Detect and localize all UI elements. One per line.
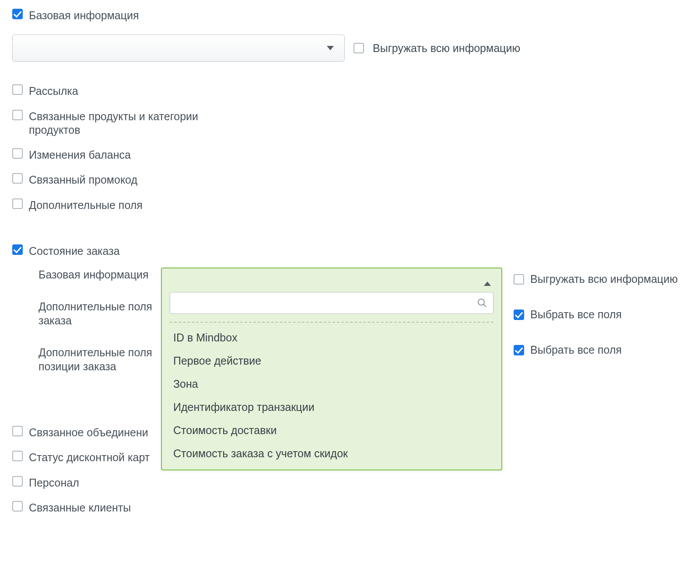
- label-order-state: Состояние заказа: [29, 244, 120, 258]
- checkbox-related-clients[interactable]: [12, 501, 23, 511]
- label-basic-info: Базовая информация: [29, 9, 139, 22]
- checkbox-export-all-top[interactable]: [354, 43, 364, 53]
- checkbox-export-all-sub[interactable]: [514, 274, 524, 285]
- sub-label-basic-info: Базовая информация: [38, 268, 161, 282]
- checkbox-mailing[interactable]: [12, 84, 23, 95]
- caret-up-icon[interactable]: [484, 282, 491, 286]
- dropdown-option[interactable]: ID в Mindbox: [170, 326, 494, 349]
- svg-line-1: [483, 304, 486, 307]
- sub-label-order-extra-fields: Дополнительные поля заказа: [38, 299, 161, 328]
- label-export-all-sub: Выгружать всю информацию: [530, 273, 678, 285]
- label-select-all-1: Выбрать все поля: [530, 308, 622, 321]
- checkbox-select-all-2[interactable]: [514, 345, 524, 355]
- fields-dropdown-popup: ID в Mindbox Первое действие Зона Иденти…: [161, 268, 502, 470]
- basic-info-select[interactable]: [12, 35, 345, 62]
- label-export-all-top: Выгружать всю информацию: [373, 42, 520, 55]
- checkbox-related-promocode[interactable]: [12, 173, 23, 184]
- dropdown-option[interactable]: Стоимость заказа с учетом скидок: [170, 442, 494, 465]
- checkbox-personnel[interactable]: [12, 476, 23, 487]
- label-select-all-2: Выбрать все поля: [530, 344, 622, 356]
- checkbox-balance-changes[interactable]: [12, 148, 23, 159]
- checkbox-related-association[interactable]: [12, 426, 23, 436]
- dropdown-option[interactable]: Стоимость доставки: [170, 419, 494, 442]
- sub-label-order-line-extra-fields: Дополнительные поля позиции заказа: [38, 345, 161, 374]
- label-related-promocode: Связанный промокод: [29, 173, 137, 187]
- label-personnel: Персонал: [29, 476, 79, 490]
- label-mailing: Рассылка: [29, 84, 78, 98]
- label-related-clients: Связанные клиенты: [29, 501, 131, 515]
- checkbox-basic-info[interactable]: [12, 9, 23, 19]
- dropdown-option[interactable]: Первое действие: [170, 349, 494, 372]
- checkbox-discount-card-status[interactable]: [12, 451, 23, 461]
- label-related-products: Связанные продукты и категории продуктов: [29, 110, 248, 137]
- search-icon: [477, 298, 487, 308]
- checkbox-order-state[interactable]: [12, 244, 23, 255]
- dropdown-option[interactable]: Зона: [170, 372, 494, 396]
- label-balance-changes: Изменения баланса: [29, 148, 131, 162]
- dropdown-search-input[interactable]: [170, 292, 494, 314]
- checkbox-additional-fields[interactable]: [12, 198, 23, 209]
- dropdown-option[interactable]: Идентификатор транзакции: [170, 396, 494, 419]
- checkbox-related-products[interactable]: [12, 110, 23, 120]
- caret-down-icon: [327, 46, 334, 50]
- svg-point-0: [478, 299, 484, 305]
- checkbox-select-all-1[interactable]: [514, 310, 524, 320]
- dropdown-divider: [170, 322, 494, 323]
- label-additional-fields: Дополнительные поля: [29, 198, 143, 212]
